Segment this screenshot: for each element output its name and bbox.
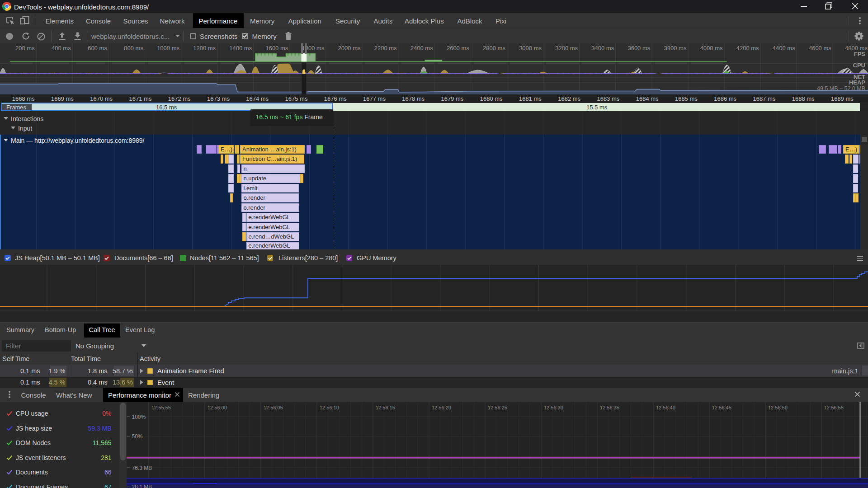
svg-text:3600 ms: 3600 ms: [627, 45, 650, 52]
svg-text:4000 ms: 4000 ms: [700, 45, 723, 52]
svg-text:3200 ms: 3200 ms: [555, 45, 578, 52]
svg-text:12:56:50: 12:56:50: [768, 404, 788, 410]
svg-text:4600 ms: 4600 ms: [809, 45, 831, 52]
svg-text:2800 ms: 2800 ms: [483, 45, 505, 52]
svg-text:1200 ms: 1200 ms: [193, 45, 216, 52]
svg-text:76.3 MB: 76.3 MB: [132, 465, 152, 471]
svg-text:12:56:00: 12:56:00: [208, 404, 227, 410]
svg-text:12:56:10: 12:56:10: [320, 404, 339, 410]
svg-text:3800 ms: 3800 ms: [664, 45, 687, 52]
svg-text:12:56:40: 12:56:40: [656, 404, 675, 410]
svg-text:50%: 50%: [132, 433, 143, 440]
svg-text:1000 ms: 1000 ms: [157, 45, 179, 52]
svg-text:1600 ms: 1600 ms: [265, 45, 288, 52]
svg-text:12:56:15: 12:56:15: [376, 404, 395, 410]
svg-text:12:56:55: 12:56:55: [824, 404, 844, 410]
svg-text:2200 ms: 2200 ms: [374, 45, 397, 52]
svg-text:600 ms: 600 ms: [88, 45, 107, 52]
svg-text:12:56:25: 12:56:25: [488, 404, 507, 410]
svg-text:12:55:55: 12:55:55: [151, 404, 171, 410]
svg-text:1400 ms: 1400 ms: [229, 45, 252, 52]
svg-text:200 ms: 200 ms: [15, 45, 35, 52]
svg-text:3400 ms: 3400 ms: [591, 45, 614, 52]
svg-text:4400 ms: 4400 ms: [773, 45, 795, 52]
svg-text:12:56:45: 12:56:45: [712, 404, 731, 410]
svg-text:2400 ms: 2400 ms: [410, 45, 433, 52]
svg-text:49.5 MB – 52.0 MB: 49.5 MB – 52.0 MB: [817, 85, 865, 92]
svg-text:12:56:35: 12:56:35: [600, 404, 619, 410]
svg-text:400 ms: 400 ms: [52, 45, 71, 52]
svg-text:12:56:20: 12:56:20: [432, 404, 451, 410]
svg-text:4200 ms: 4200 ms: [736, 45, 759, 52]
svg-text:12:56:05: 12:56:05: [264, 404, 283, 410]
svg-text:2000 ms: 2000 ms: [338, 45, 361, 52]
svg-text:3000 ms: 3000 ms: [519, 45, 542, 52]
svg-text:100%: 100%: [132, 413, 146, 420]
svg-text:HEAP: HEAP: [849, 79, 865, 86]
svg-text:12:56:30: 12:56:30: [544, 404, 563, 410]
svg-text:FPS: FPS: [854, 51, 866, 57]
svg-text:CPU: CPU: [853, 62, 865, 69]
svg-text:28.1 MB: 28.1 MB: [132, 484, 152, 488]
svg-text:800 ms: 800 ms: [124, 45, 143, 52]
svg-text:2600 ms: 2600 ms: [447, 45, 469, 52]
